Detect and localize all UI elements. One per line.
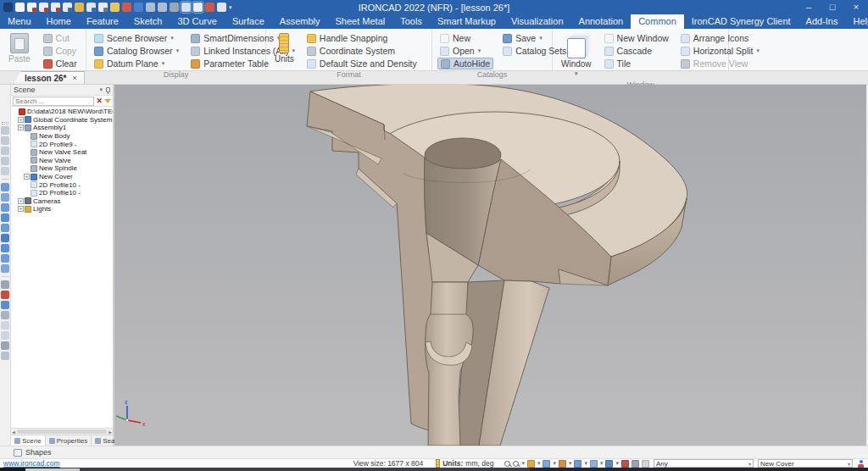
projection-icon[interactable] <box>574 460 581 468</box>
camera-view-caret-icon[interactable]: ▾ <box>569 460 572 467</box>
tree-hscrollbar[interactable]: ◀ ▶ <box>11 428 113 435</box>
handle-snapping-button[interactable]: Handle Snapping <box>304 32 420 44</box>
multi-view-caret-icon[interactable]: ▾ <box>615 460 619 467</box>
tree-item-global-coordinate-system[interactable]: +Global Coordinate System <box>11 116 113 125</box>
view-tool-icon-7[interactable] <box>1 183 9 191</box>
menu-tab-feature[interactable]: Feature <box>79 14 126 29</box>
expander-icon[interactable]: + <box>18 117 24 123</box>
collaboration-icon[interactable] <box>857 460 865 468</box>
view-tool-icon-21[interactable] <box>1 321 9 330</box>
viewport-3d[interactable]: z x y <box>114 85 868 446</box>
menu-tab-menu[interactable]: Menu <box>0 14 39 29</box>
datum-plane-button[interactable]: Datum Plane▾ <box>92 58 181 69</box>
tree-item-new-cover[interactable]: +New Cover <box>11 173 113 181</box>
expander-icon[interactable]: + <box>18 198 24 204</box>
basket-icon[interactable] <box>134 3 143 12</box>
cascade-button[interactable]: Cascade <box>602 45 671 57</box>
view-tool-icon-22[interactable] <box>1 331 9 340</box>
view-tool-icon-1[interactable] <box>1 126 9 135</box>
tree-item-new-body[interactable]: New Body <box>11 132 113 141</box>
scene-config-caret-icon[interactable]: ▾ <box>600 460 604 467</box>
projection-caret-icon[interactable]: ▾ <box>584 460 587 467</box>
clear-search-icon[interactable]: ✕ <box>96 97 103 105</box>
units-value[interactable]: mm, deg <box>465 459 493 468</box>
close-button[interactable]: × <box>844 0 868 14</box>
restore-button[interactable]: □ <box>821 0 844 14</box>
shading-mode-caret-icon[interactable]: ▾ <box>553 460 556 467</box>
tree-item-new-spindle[interactable]: New Spindle <box>11 164 113 173</box>
open-folder-icon[interactable] <box>75 3 84 12</box>
tree-item-new-valve-seat[interactable]: New Valve Seat <box>11 148 113 157</box>
qat-more-icon[interactable]: ▾ <box>229 3 236 12</box>
view-tool-icon-24[interactable] <box>1 352 9 360</box>
new-window-button[interactable]: New Window <box>602 32 671 44</box>
window-layout-icon[interactable] <box>217 3 226 12</box>
active-part-dropdown[interactable]: New Cover▾ <box>758 459 853 468</box>
filter-icon[interactable] <box>104 99 111 103</box>
menu-tab-sheet-metal[interactable]: Sheet Metal <box>328 14 393 29</box>
tree-item-2d-profile10[interactable]: 2D Profile10 - <box>11 189 113 197</box>
horizontal-split-button[interactable]: Horizontal Split▾ <box>678 45 762 57</box>
paste-button[interactable]: Paste <box>5 31 34 69</box>
app-menu-icon[interactable] <box>3 3 13 12</box>
menu-tab-ironcad-synergy-client[interactable]: IronCAD Synergy Client <box>684 14 798 29</box>
minimize-button[interactable]: – <box>797 0 821 14</box>
menu-tab-visualization[interactable]: Visualization <box>504 14 571 29</box>
render-mode-icon[interactable] <box>527 460 535 468</box>
view-tool-icon-12[interactable] <box>1 234 9 242</box>
panel-tab-scene[interactable]: Scene <box>11 435 46 446</box>
autohide-button[interactable]: AutoHide <box>437 58 493 69</box>
alert-icon[interactable] <box>122 3 131 12</box>
view-tool-icon-2[interactable] <box>1 136 9 145</box>
menu-tab-home[interactable]: Home <box>39 14 79 29</box>
view-tool-icon-20[interactable] <box>1 311 9 319</box>
scroll-right-icon[interactable]: ▶ <box>108 429 112 435</box>
view-tool-icon-17[interactable] <box>1 280 9 289</box>
redo-icon[interactable] <box>158 3 167 12</box>
view-tool-icon-10[interactable] <box>1 213 9 222</box>
menu-tab-annotation[interactable]: Annotation <box>571 14 632 29</box>
menu-tab-3d-curve[interactable]: 3D Curve <box>170 14 224 29</box>
open-scene-icon[interactable] <box>27 3 36 12</box>
arrange-icons-button[interactable]: Arrange Icons <box>678 32 762 44</box>
sphere-icon[interactable] <box>170 3 179 12</box>
view-tool-icon-9[interactable] <box>1 203 9 212</box>
view-tool-icon-3[interactable] <box>1 147 9 155</box>
menu-tab-tools[interactable]: Tools <box>392 14 430 29</box>
scene-config-icon[interactable] <box>590 460 598 468</box>
undo-icon[interactable] <box>146 3 155 12</box>
selection-filter-dropdown[interactable]: Any▾ <box>654 459 754 468</box>
save-icon[interactable] <box>86 3 96 12</box>
menu-tab-smart-markup[interactable]: Smart Markup <box>430 14 504 29</box>
walk-mode-icon[interactable] <box>621 460 629 468</box>
website-link[interactable]: www.ironcad.com <box>3 459 60 468</box>
note-tool-icon[interactable] <box>193 3 203 12</box>
copy-button[interactable]: Copy <box>41 45 80 57</box>
view-tool-icon-23[interactable] <box>1 341 9 350</box>
view-tool-icon-4[interactable] <box>1 157 9 165</box>
view-tool-icon-18[interactable] <box>1 291 9 299</box>
view-tool-icon-5[interactable] <box>1 167 9 175</box>
export-file-icon[interactable] <box>51 3 60 12</box>
zoom-window-icon[interactable] <box>504 461 510 467</box>
new-scene-icon[interactable] <box>15 3 25 12</box>
render-mode-caret-icon[interactable]: ▾ <box>537 460 541 467</box>
catalog-browser-button[interactable]: Catalog Browser▾ <box>92 45 181 57</box>
tree-item-2d-profile10[interactable]: 2D Profile10 - <box>11 180 113 189</box>
menu-tab-sketch[interactable]: Sketch <box>126 14 170 29</box>
cut-button[interactable]: Cut <box>41 32 80 44</box>
scroll-left-icon[interactable]: ◀ <box>12 429 15 435</box>
tree-item-new-valve[interactable]: New Valve <box>11 157 113 165</box>
window-button[interactable]: Window▾ <box>558 31 595 80</box>
catalog-new-button[interactable]: New <box>437 32 493 44</box>
expander-icon[interactable]: + <box>24 174 30 180</box>
expander-icon[interactable]: + <box>18 206 24 212</box>
shading-mode-icon[interactable] <box>542 460 550 468</box>
view-tool-icon-15[interactable] <box>1 264 9 273</box>
tile-button[interactable]: Tile <box>602 58 671 69</box>
clear-button[interactable]: Clear <box>41 58 80 69</box>
scene-search-input[interactable] <box>13 97 94 106</box>
menu-tab-surface[interactable]: Surface <box>225 14 272 29</box>
feedback-icon[interactable] <box>205 3 214 12</box>
menu-tab-common[interactable]: Common <box>631 14 684 29</box>
